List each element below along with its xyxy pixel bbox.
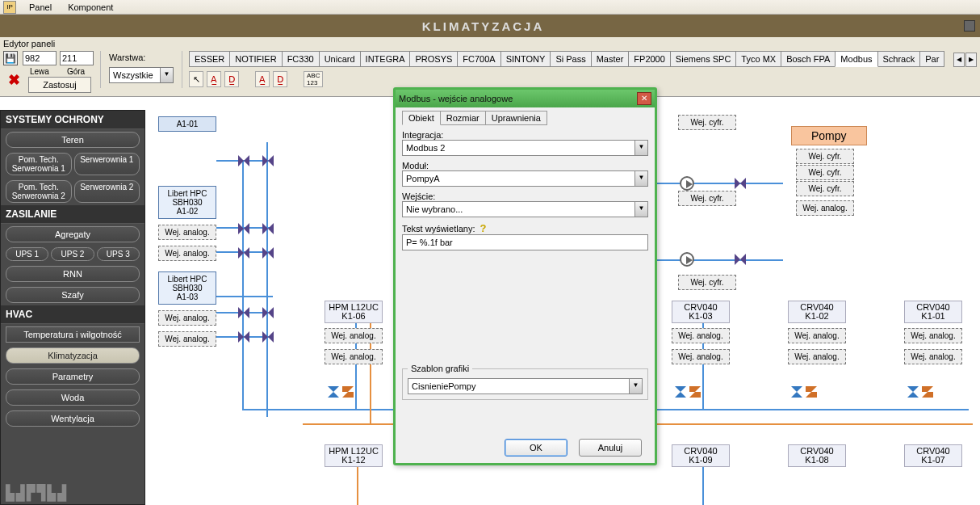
tab-scroll-left[interactable]: ◀ — [953, 53, 965, 67]
valve-icon[interactable] — [328, 386, 339, 398]
btn-teren[interactable]: Teren — [6, 132, 140, 148]
wej-analog[interactable]: Wej. analog. — [796, 200, 854, 216]
menu-komponent[interactable]: Komponent — [60, 1, 121, 14]
close-icon[interactable]: ✕ — [637, 92, 651, 105]
valve-icon[interactable] — [735, 178, 746, 189]
coord-y-input[interactable] — [60, 51, 94, 65]
valve-icon[interactable] — [262, 223, 274, 234]
ok-button[interactable]: OK — [505, 439, 567, 457]
valve-icon[interactable] — [262, 247, 274, 259]
coord-x-input[interactable] — [23, 51, 57, 65]
align-d1-icon[interactable]: D̲ — [224, 71, 239, 87]
text-tool-icon[interactable]: ABC123 — [304, 71, 323, 87]
device-k108[interactable]: CRV040K1-08 — [788, 444, 846, 467]
device-k106[interactable]: HPM L12UCK1-06 — [325, 301, 383, 323]
btn-ups3[interactable]: UPS 3 — [97, 247, 140, 261]
btn-serw2[interactable]: Serwerownia 2 — [74, 180, 140, 203]
valve-icon[interactable] — [262, 331, 274, 343]
wej-analog[interactable]: Wej. analog. — [788, 349, 846, 364]
valve-icon[interactable] — [262, 307, 274, 318]
btn-param[interactable]: Parametry — [6, 368, 140, 385]
pompy-label[interactable]: Pompy — [791, 126, 867, 145]
pointer-icon[interactable]: ↖ — [189, 71, 203, 87]
wej-cyfr[interactable]: Wej. cyfr. — [678, 275, 736, 290]
wej-analog[interactable]: Wej. analog. — [788, 328, 846, 343]
proto-tab-notifier[interactable]: NOTIFIER — [229, 51, 282, 67]
valve-icon[interactable] — [689, 386, 701, 398]
align-a1-icon[interactable]: A̲ — [207, 71, 221, 87]
btn-klimat[interactable]: Klimatyzacja — [6, 347, 140, 364]
proto-tab-schrack[interactable]: Schrack — [877, 51, 921, 67]
combo-integracja[interactable]: Modbus 2▼ — [402, 140, 648, 156]
layer-dropdown[interactable]: Wszystkie▼ — [109, 67, 174, 83]
valve-icon[interactable] — [922, 386, 933, 398]
proto-tab-unicard[interactable]: Unicard — [319, 51, 361, 67]
wej-analog[interactable]: Wej. analog. — [158, 310, 216, 326]
proto-tab-siemensspc[interactable]: Siemens SPC — [670, 51, 736, 67]
proto-tab-fc700a[interactable]: FC700A — [457, 51, 500, 67]
titlebar-box-icon[interactable] — [964, 20, 975, 32]
btn-serw1[interactable]: Serwerownia 1 — [74, 153, 140, 175]
proto-tab-sipass[interactable]: Si Pass — [550, 51, 591, 67]
valve-icon[interactable] — [238, 247, 249, 259]
proto-tab-prosys[interactable]: PROSYS — [409, 51, 458, 67]
device-k107[interactable]: CRV040K1-07 — [904, 444, 962, 467]
device-a101[interactable]: A1-01 — [158, 116, 216, 132]
valve-icon[interactable] — [675, 386, 686, 398]
valve-icon[interactable] — [238, 307, 249, 318]
valve-icon[interactable] — [238, 331, 249, 343]
device-hpc3[interactable]: Libert HPC SBH030 A1-03 — [158, 271, 216, 305]
wej-cyfr[interactable]: Wej. cyfr. — [678, 191, 736, 206]
wej-analog[interactable]: Wej. analog. — [158, 246, 216, 261]
wej-analog[interactable]: Wej. analog. — [325, 328, 383, 343]
tab-rozmiar[interactable]: Rozmiar — [440, 111, 486, 125]
valve-icon[interactable] — [735, 254, 746, 265]
valve-icon[interactable] — [806, 386, 817, 398]
device-k109[interactable]: CRV040K1-09 — [672, 444, 730, 467]
btn-ups1[interactable]: UPS 1 — [6, 247, 48, 261]
wej-analog[interactable]: Wej. analog. — [672, 328, 730, 343]
device-k101[interactable]: CRV040K1-01 — [904, 301, 962, 323]
proto-tab-fp2000[interactable]: FP2000 — [628, 51, 671, 67]
valve-icon[interactable] — [791, 386, 802, 398]
btn-ups2[interactable]: UPS 2 — [51, 247, 94, 261]
btn-woda[interactable]: Woda — [6, 389, 140, 406]
input-tekst[interactable] — [402, 234, 648, 250]
combo-modul[interactable]: PompyA▼ — [402, 170, 648, 187]
proto-tab-modbus[interactable]: Modbus — [835, 51, 877, 67]
proto-tab-fc330[interactable]: FC330 — [282, 51, 320, 67]
proto-tab-sintony[interactable]: SINTONY — [500, 51, 551, 67]
btn-rnn[interactable]: RNN — [6, 266, 140, 282]
wej-analog[interactable]: Wej. analog. — [672, 349, 730, 364]
proto-tab-master[interactable]: Master — [591, 51, 630, 67]
pump-icon[interactable] — [680, 252, 694, 267]
combo-szablon[interactable]: CisnieniePompy▼ — [408, 378, 643, 394]
device-k112[interactable]: HPM L12UCK1-12 — [325, 444, 383, 467]
wej-analog[interactable]: Wej. analog. — [325, 349, 383, 364]
valve-icon[interactable] — [907, 386, 919, 398]
combo-wejscie[interactable]: Nie wybrano...▼ — [402, 201, 648, 217]
btn-pomtech1[interactable]: Pom. Tech. Serwerownia 1 — [6, 153, 72, 175]
tab-scroll-right[interactable]: ▶ — [965, 53, 977, 67]
proto-tab-esser[interactable]: ESSER — [189, 51, 230, 67]
save-icon[interactable]: 💾 — [3, 51, 18, 65]
proto-tab-boschfpa[interactable]: Bosch FPA — [781, 51, 836, 67]
pump-icon[interactable] — [680, 176, 694, 191]
btn-agregaty[interactable]: Agregaty — [6, 226, 140, 242]
wej-cyfr[interactable]: Wej. cyfr. — [796, 165, 854, 180]
btn-temp[interactable]: Temperatura i wilgotność — [6, 326, 140, 343]
tab-uprawnienia[interactable]: Uprawnienia — [485, 111, 547, 125]
valve-icon[interactable] — [238, 155, 249, 166]
wej-analog[interactable]: Wej. analog. — [158, 331, 216, 347]
device-hpc2[interactable]: Libert HPC SBH030 A1-02 — [158, 186, 216, 219]
apply-button[interactable]: Zastosuj — [28, 77, 91, 93]
align-a2-icon[interactable]: A̲ — [255, 71, 270, 87]
btn-went[interactable]: Wentylacja — [6, 410, 140, 427]
wej-analog[interactable]: Wej. analog. — [904, 349, 962, 364]
menu-panel[interactable]: Panel — [21, 1, 60, 14]
help-icon[interactable]: ? — [480, 222, 487, 234]
device-k102[interactable]: CRV040K1-02 — [788, 301, 846, 323]
tab-obiekt[interactable]: Obiekt — [402, 111, 441, 125]
align-d2-icon[interactable]: D̲ — [273, 71, 287, 87]
proto-tab-tycomx[interactable]: Tyco MX — [735, 51, 781, 67]
